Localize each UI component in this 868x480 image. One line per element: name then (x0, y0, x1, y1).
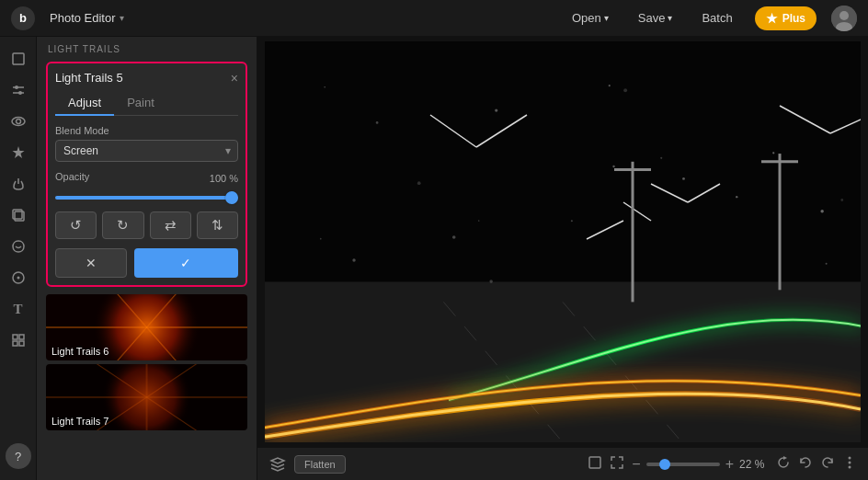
confirm-button[interactable]: ✓ (134, 248, 238, 278)
adjust-tool-button[interactable] (4, 75, 33, 105)
more-options-button[interactable] (842, 455, 857, 474)
transform-row: ↺ ↻ ⇄ ⇅ (55, 211, 238, 239)
zoom-in-button[interactable]: + (725, 456, 734, 473)
canvas-area: Flatten − + 22 % (257, 37, 868, 480)
header: b Photo Editor ▾ Open ▾ Save ▾ Batch ★ P… (0, 0, 868, 37)
rotate-ccw-button[interactable]: ↺ (55, 211, 97, 239)
svg-rect-17 (13, 341, 17, 346)
svg-rect-19 (589, 457, 600, 468)
left-toolbar: T ? (0, 37, 37, 480)
tab-paint[interactable]: Paint (114, 92, 167, 115)
main-area: T ? LIGHT TRAILS Light Trails 5 × Adjust… (0, 37, 868, 480)
zoom-out-button[interactable]: − (632, 456, 640, 473)
zoom-value: 22 % (739, 458, 769, 471)
tab-adjust[interactable]: Adjust (55, 92, 114, 115)
filter-tool-button[interactable] (4, 169, 33, 199)
card-close-button[interactable]: × (231, 72, 238, 85)
save-button[interactable]: Save ▾ (631, 7, 680, 29)
thumbnail-item-6[interactable]: Light Trails 6 (46, 294, 247, 360)
plus-button[interactable]: ★ Plus (755, 6, 817, 30)
draw-tool-button[interactable] (4, 263, 33, 292)
layers-icon (268, 455, 287, 474)
cancel-button[interactable]: ✕ (55, 248, 127, 278)
bottom-bar: Flatten − + 22 % (257, 447, 868, 480)
svg-point-6 (15, 86, 18, 89)
panel-section-title: LIGHT TRAILS (37, 37, 257, 62)
rotate-cw-button[interactable]: ↻ (102, 211, 143, 239)
svg-point-7 (18, 91, 22, 95)
blend-mode-select-wrap: Normal Screen Multiply Overlay Soft Ligh… (55, 140, 238, 162)
view-tool-button[interactable] (4, 107, 33, 136)
opacity-slider[interactable] (55, 196, 238, 200)
svg-point-14 (17, 277, 19, 280)
redo-button[interactable] (820, 455, 835, 474)
opacity-value: 100 % (210, 173, 238, 184)
blend-mode-label: Blend Mode (55, 125, 238, 136)
crop-tool-button[interactable] (4, 44, 33, 74)
svg-point-20 (849, 456, 851, 459)
light-trails-card: Light Trails 5 × Adjust Paint Blend Mode… (46, 62, 247, 287)
beauty-tool-button[interactable] (4, 232, 33, 261)
star-icon: ★ (766, 11, 778, 26)
svg-rect-16 (19, 335, 24, 339)
svg-point-1 (839, 11, 849, 20)
svg-point-9 (16, 120, 20, 124)
texture-tool-button[interactable] (4, 326, 33, 355)
overlay-tool-button[interactable] (4, 200, 33, 230)
opacity-row: Opacity 100 % (55, 171, 238, 186)
help-button[interactable]: ? (6, 443, 31, 469)
svg-point-21 (849, 461, 851, 463)
open-button[interactable]: Open ▾ (565, 7, 616, 29)
card-tabs: Adjust Paint (55, 92, 238, 116)
thumbnail-label-7: Light Trails 7 (51, 416, 108, 427)
fit-icon-button[interactable] (610, 455, 624, 474)
blend-mode-select[interactable]: Normal Screen Multiply Overlay Soft Ligh… (55, 140, 238, 162)
zoom-controls: − + 22 % (632, 456, 769, 473)
flatten-button[interactable]: Flatten (294, 455, 346, 474)
thumbnail-label-6: Light Trails 6 (51, 346, 108, 357)
svg-point-22 (849, 465, 851, 468)
opacity-slider-wrap (55, 189, 238, 202)
text-tool-button[interactable]: T (4, 294, 33, 324)
flip-h-button[interactable]: ⇄ (150, 211, 191, 239)
main-canvas (265, 41, 861, 442)
avatar[interactable] (831, 6, 857, 31)
opacity-label: Opacity (55, 171, 89, 182)
app-logo[interactable]: b (11, 6, 35, 30)
svg-rect-15 (13, 335, 17, 339)
crop-icon-button[interactable] (588, 455, 602, 474)
svg-rect-18 (19, 341, 24, 346)
action-row: ✕ ✓ (55, 248, 238, 278)
card-header: Light Trails 5 × (55, 71, 238, 85)
batch-button[interactable]: Batch (694, 7, 739, 29)
thumbnail-item-7[interactable]: Light Trails 7 (46, 364, 247, 430)
svg-rect-3 (13, 53, 24, 64)
panel: LIGHT TRAILS Light Trails 5 × Adjust Pai… (37, 37, 257, 480)
svg-marker-10 (12, 146, 24, 158)
save-chevron-icon: ▾ (668, 13, 672, 23)
card-title: Light Trails 5 (55, 71, 123, 85)
zoom-slider[interactable] (646, 463, 720, 466)
canvas-background (257, 37, 868, 447)
undo-button[interactable] (798, 455, 813, 474)
app-title: Photo Editor ▾ (50, 11, 124, 25)
open-chevron-icon: ▾ (604, 13, 609, 23)
rotate-view-button[interactable] (776, 455, 791, 474)
flip-v-button[interactable]: ⇅ (197, 211, 238, 239)
title-chevron-icon[interactable]: ▾ (120, 13, 124, 23)
effects-tool-button[interactable] (4, 138, 33, 167)
thumbnail-list: Light Trails 6 Light Trails 7 (37, 294, 257, 480)
